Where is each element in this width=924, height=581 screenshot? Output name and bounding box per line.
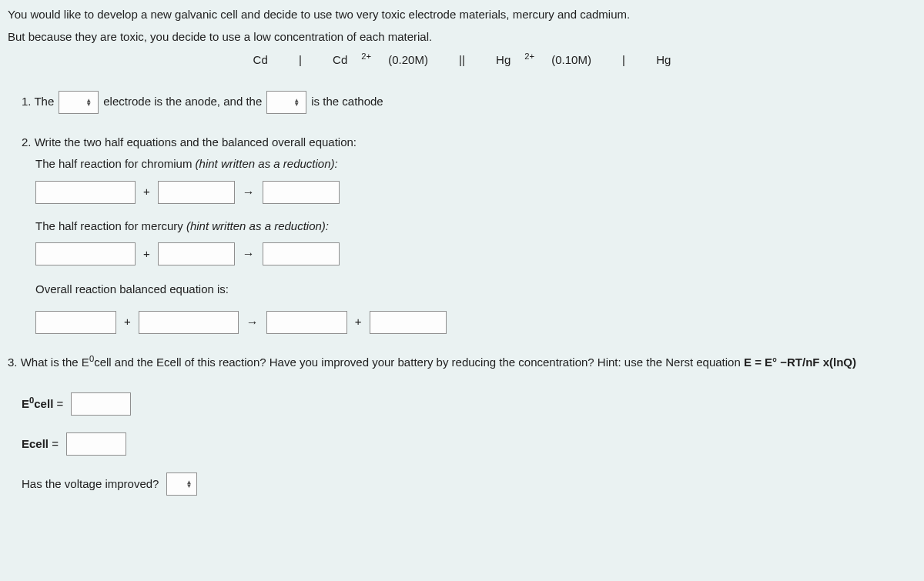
chromium-reactant-1[interactable]	[35, 181, 136, 204]
e0-b: cell	[34, 397, 53, 410]
notation-bar: |	[299, 52, 302, 69]
q3-text-a: 3. What is the E	[8, 356, 89, 369]
chromium-label-a: The half reaction for chromium	[35, 157, 196, 170]
chromium-product[interactable]	[263, 181, 340, 204]
plus-symbol: +	[355, 313, 362, 331]
e0-a: E	[22, 397, 29, 410]
plus-symbol: +	[143, 245, 150, 263]
intro-line-1: You would like to develop a new galvanic…	[8, 6, 916, 24]
notation-hg: Hg	[656, 52, 671, 69]
mercury-product[interactable]	[263, 242, 340, 265]
improved-select[interactable]: ▲▼	[166, 472, 197, 496]
arrow-symbol: →	[243, 183, 255, 202]
q1-suffix: is the cathode	[311, 93, 383, 111]
updown-icon: ▲▼	[82, 99, 95, 106]
q2-title: 2. Write the two half equations and the …	[22, 134, 916, 152]
updown-icon: ▲▼	[182, 480, 195, 488]
cathode-select[interactable]: ▲▼	[266, 91, 306, 114]
notation-cd2: Cd2+ (0.20M)	[333, 52, 428, 69]
notation-cd: Cd	[253, 52, 268, 69]
eq-sign: =	[53, 397, 63, 410]
notation-hg2: Hg2+ (0.10M)	[496, 52, 591, 69]
overall-product-2[interactable]	[370, 311, 447, 334]
plus-symbol: +	[143, 183, 150, 201]
overall-reactant-1[interactable]	[35, 311, 116, 334]
cell-notation: Cd | Cd2+ (0.20M) || Hg2+ (0.10M) | Hg	[8, 52, 916, 69]
ecell-input[interactable]	[66, 432, 126, 456]
anode-select[interactable]: ▲▼	[59, 91, 99, 114]
mercury-label-a: The half reaction for mercury	[35, 219, 186, 232]
chromium-label: The half reaction for chromium (hint wri…	[35, 155, 916, 173]
chromium-label-b: (hint written as a reduction):	[196, 157, 338, 170]
mercury-label-b: (hint written as a reduction):	[186, 219, 329, 232]
e0cell-label: E0cell =	[22, 396, 63, 413]
q3-equation: E = E° −RT/nF x(lnQ)	[744, 356, 856, 369]
ecell-label: Ecell =	[22, 436, 59, 453]
updown-icon: ▲▼	[290, 99, 303, 106]
plus-symbol: +	[124, 313, 131, 331]
e0cell-input[interactable]	[71, 392, 131, 416]
q3-text-b: cell and the Ecell of this reaction? Hav…	[94, 356, 744, 369]
overall-product-1[interactable]	[266, 311, 347, 334]
overall-label: Overall reaction balanced equation is:	[35, 281, 916, 299]
q1-prefix: 1. The	[22, 93, 54, 111]
chromium-reactant-2[interactable]	[158, 181, 235, 204]
ecell-text: Ecell	[22, 437, 49, 450]
mercury-reactant-1[interactable]	[35, 242, 136, 265]
improved-label: Has the voltage improved?	[22, 476, 159, 493]
mercury-reactant-2[interactable]	[158, 242, 235, 265]
notation-bar: |	[622, 52, 625, 69]
intro-line-2: But because they are toxic, you decide t…	[8, 28, 916, 46]
arrow-symbol: →	[246, 313, 259, 332]
eq-sign: =	[49, 437, 59, 450]
mercury-label: The half reaction for mercury (hint writ…	[35, 218, 916, 235]
arrow-symbol: →	[243, 245, 255, 263]
overall-reactant-2[interactable]	[139, 311, 239, 334]
q3-text: 3. What is the E0cell and the Ecell of t…	[8, 354, 916, 372]
notation-double-bar: ||	[459, 52, 465, 69]
q1-mid: electrode is the anode, and the	[103, 93, 262, 111]
